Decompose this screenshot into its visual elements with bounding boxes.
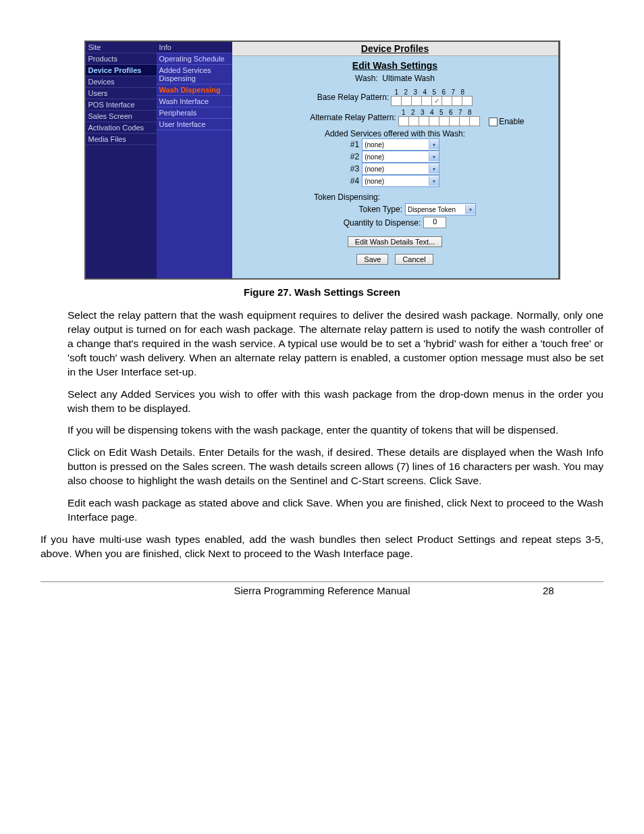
paragraph-3: If you will be dispensing tokens with th… xyxy=(68,423,603,438)
base-relay-3[interactable] xyxy=(411,96,422,106)
token-type-row: Token Type: Dispense Token▾ xyxy=(314,203,476,215)
alt-relay-row: Alternate Relay Pattern: 12345678 Enable xyxy=(232,109,558,126)
figure-caption: Figure 27. Wash Settings Screen xyxy=(41,286,603,298)
chevron-down-icon: ▾ xyxy=(429,164,439,174)
footer-page-number: 28 xyxy=(543,585,603,596)
enable-label: Enable xyxy=(499,117,524,126)
chevron-down-icon: ▾ xyxy=(465,205,475,214)
alt-relay-4[interactable] xyxy=(429,116,439,126)
paragraph-1: Select the relay pattern that the wash e… xyxy=(68,309,603,380)
token-type-select[interactable]: Dispense Token▾ xyxy=(405,203,476,215)
service-3-label: #3 xyxy=(350,164,359,174)
screenshot-figure: Site Products Device Profiles Devices Us… xyxy=(41,41,603,280)
added-services-label: Added Services offered with this Wash: xyxy=(232,126,558,138)
service-1-label: #1 xyxy=(350,140,359,149)
paragraph-4: Click on Edit Wash Details. Enter Detail… xyxy=(68,446,603,488)
chevron-down-icon: ▾ xyxy=(429,152,439,161)
alt-relay-3[interactable] xyxy=(419,116,429,126)
nav2-item-added-services-dispensing[interactable]: Added Services Dispensing xyxy=(157,65,232,84)
base-relay-row: Base Relay Pattern: 12345678 ✓ xyxy=(232,88,558,106)
nav1-item-devices[interactable]: Devices xyxy=(86,76,157,88)
chevron-down-icon: ▾ xyxy=(429,176,439,186)
nav2-item-wash-interface[interactable]: Wash Interface xyxy=(157,96,232,107)
save-button[interactable]: Save xyxy=(356,254,388,265)
service-4-label: #4 xyxy=(350,176,359,186)
service-row-4: #4 (none)▾ xyxy=(232,175,558,187)
nav1-item-sales-screen[interactable]: Sales Screen xyxy=(86,111,157,122)
alt-relay-1[interactable] xyxy=(398,116,409,126)
wash-label: Wash: xyxy=(355,74,378,83)
app-window: Site Products Device Profiles Devices Us… xyxy=(84,41,560,280)
base-relay-4[interactable] xyxy=(421,96,432,106)
service-3-select[interactable]: (none)▾ xyxy=(362,163,439,175)
wash-name-row: Wash: Ultimate Wash xyxy=(232,72,558,84)
alt-relay-grid: 12345678 xyxy=(399,109,480,126)
alt-relay-6[interactable] xyxy=(449,116,460,126)
base-relay-2[interactable] xyxy=(401,96,412,106)
alt-relay-8[interactable] xyxy=(469,116,480,126)
nav1-item-products[interactable]: Products xyxy=(86,53,157,65)
paragraph-5: Edit each wash package as stated above a… xyxy=(68,496,603,525)
service-row-2: #2 (none)▾ xyxy=(232,151,558,163)
base-relay-grid: 12345678 ✓ xyxy=(392,88,473,106)
nav1-item-users[interactable]: Users xyxy=(86,88,157,99)
secondary-nav: Info Operating Schedule Added Services D… xyxy=(157,42,232,278)
alt-relay-label: Alternate Relay Pattern: xyxy=(310,109,396,126)
nav1-item-site[interactable]: Site xyxy=(86,42,157,53)
content-panel: Device Profiles Edit Wash Settings Wash:… xyxy=(232,42,558,278)
nav1-item-device-profiles[interactable]: Device Profiles xyxy=(86,65,157,76)
nav2-item-operating-schedule[interactable]: Operating Schedule xyxy=(157,53,232,65)
service-row-3: #3 (none)▾ xyxy=(232,163,558,175)
base-relay-5[interactable]: ✓ xyxy=(431,96,442,106)
wash-value: Ultimate Wash xyxy=(382,74,435,83)
page-footer: Sierra Programming Reference Manual 28 xyxy=(41,581,603,596)
service-4-select[interactable]: (none)▾ xyxy=(362,175,439,187)
primary-nav: Site Products Device Profiles Devices Us… xyxy=(86,42,157,278)
footer-title: Sierra Programming Reference Manual xyxy=(41,585,543,596)
alt-relay-5[interactable] xyxy=(439,116,450,126)
service-row-1: #1 (none)▾ xyxy=(232,138,558,151)
alt-relay-2[interactable] xyxy=(408,116,419,126)
base-relay-6[interactable] xyxy=(441,96,452,106)
nav2-item-wash-dispensing[interactable]: Wash Dispensing xyxy=(157,84,232,96)
paragraph-6: If you have multi-use wash types enabled… xyxy=(41,533,603,561)
qty-label: Quantity to Dispense: xyxy=(344,218,421,228)
base-relay-8[interactable] xyxy=(462,96,473,106)
qty-input[interactable]: 0 xyxy=(423,217,446,228)
service-2-label: #2 xyxy=(350,152,359,161)
alt-relay-7[interactable] xyxy=(459,116,470,126)
nav2-item-info[interactable]: Info xyxy=(157,42,232,53)
chevron-down-icon: ▾ xyxy=(429,140,439,149)
base-relay-label: Base Relay Pattern: xyxy=(317,88,390,106)
qty-row: Quantity to Dispense: 0 xyxy=(232,217,558,228)
edit-wash-details-button[interactable]: Edit Wash Details Text... xyxy=(348,236,443,247)
service-1-select[interactable]: (none)▾ xyxy=(362,138,439,151)
enable-checkbox[interactable] xyxy=(489,118,498,126)
enable-checkbox-group[interactable]: Enable xyxy=(489,117,524,126)
nav1-item-pos-interface[interactable]: POS Interface xyxy=(86,99,157,111)
content-header: Device Profiles xyxy=(232,42,558,56)
nav2-item-user-interface[interactable]: User Interface xyxy=(157,119,232,130)
token-dispensing-label: Token Dispensing: xyxy=(314,192,476,202)
content-subtitle: Edit Wash Settings xyxy=(232,56,558,72)
service-2-select[interactable]: (none)▾ xyxy=(362,151,439,163)
token-type-label: Token Type: xyxy=(359,205,403,214)
nav1-item-media-files[interactable]: Media Files xyxy=(86,134,157,145)
nav2-item-peripherals[interactable]: Peripherals xyxy=(157,107,232,119)
paragraph-2: Select any Added Services you wish to of… xyxy=(68,388,603,416)
cancel-button[interactable]: Cancel xyxy=(395,254,433,265)
base-relay-1[interactable] xyxy=(391,96,402,106)
base-relay-7[interactable] xyxy=(452,96,462,106)
nav1-item-activation-codes[interactable]: Activation Codes xyxy=(86,122,157,134)
